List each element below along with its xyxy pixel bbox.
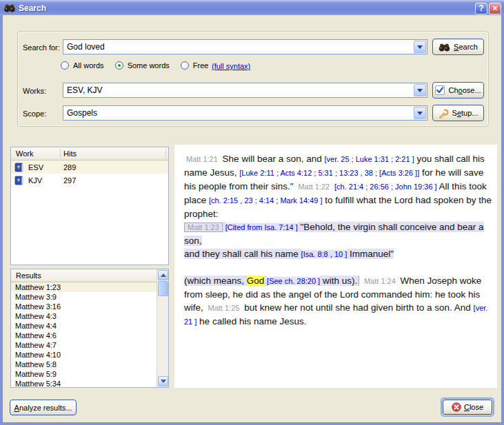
binoculars-icon	[4, 3, 15, 12]
column-divider[interactable]	[165, 149, 166, 158]
scope-label: Scope:	[23, 110, 46, 118]
verse-text: but knew her not until she had given bir…	[241, 302, 473, 313]
search-button[interactable]: Search	[432, 39, 484, 55]
column-header-results[interactable]: Results	[11, 271, 157, 280]
verse-ref-label: Matt 1:21	[184, 155, 220, 163]
analyze-results-button[interactable]: Analyze results...	[10, 400, 77, 415]
analyze-results-label: Analyze results...	[14, 404, 72, 412]
scrollbar-thumb[interactable]	[158, 281, 168, 296]
close-button[interactable]: Close	[443, 400, 492, 415]
book-icon	[14, 176, 24, 185]
red-x-icon	[452, 402, 461, 412]
scope-value: Gospels	[63, 108, 413, 118]
title-bar[interactable]: Search ? ×	[0, 0, 504, 15]
result-item[interactable]: Matthew 3:9	[11, 292, 157, 302]
cross-reference-link[interactable]: [Luke 2:11 ; Acts 4:12 ; 5:31 ; 13:23 , …	[239, 169, 419, 177]
radio-label[interactable]: Free	[193, 61, 209, 70]
hits-table: Work Hits ESV289KJV297	[10, 147, 169, 265]
verse-text: Immanuel"	[347, 249, 394, 259]
verse-ref-label: Matt 1:22	[296, 183, 332, 191]
choose-button-label: Choose...	[448, 86, 481, 94]
hits-row[interactable]: KJV297	[11, 174, 168, 187]
window-title: Search	[19, 3, 46, 13]
radio-icon[interactable]	[61, 61, 69, 70]
hit-count: 289	[63, 163, 76, 172]
verse-preview-pane[interactable]: Matt 1:21 She will bear a son, and [ver.…	[174, 145, 497, 388]
verse-paragraph: Matt 1:21 She will bear a son, and [ver.…	[184, 152, 492, 220]
search-for-value: God loved	[63, 42, 413, 52]
search-for-label: Search for:	[23, 43, 60, 52]
column-header-hits[interactable]: Hits	[63, 149, 77, 158]
search-dialog: Search ? × Search for: God loved Search …	[0, 0, 504, 425]
column-divider[interactable]	[60, 149, 61, 158]
radio-some-words[interactable]: Some words	[115, 61, 181, 70]
result-item[interactable]: Matthew 5:34	[11, 379, 157, 387]
hits-row[interactable]: ESV289	[11, 160, 168, 174]
close-button-focus-ring: Close	[441, 397, 494, 417]
results-scrollbar[interactable]	[157, 269, 168, 387]
chevron-down-icon[interactable]	[414, 41, 426, 53]
verse-paragraph: (which means, God [See ch. 28:20 ] with …	[184, 274, 492, 329]
verse-text: with us).	[320, 276, 359, 286]
cross-reference-link[interactable]: [ver. 25 ; Luke 1:31 ; 2:21 ]	[324, 155, 414, 163]
result-item[interactable]: Matthew 3:16	[11, 302, 157, 311]
radio-icon[interactable]	[181, 61, 189, 70]
verse-text: She will bear a son, and	[220, 154, 325, 164]
full-syntax-link[interactable]: (full syntax)	[212, 62, 250, 70]
setup-button[interactable]: Setup...	[432, 105, 484, 121]
cross-reference-link[interactable]: [ch. 21:4 ; 26:56 ; John 19:36 ]	[334, 183, 437, 191]
wrench-icon	[439, 108, 449, 118]
verse-ref-label: Matt 1:24	[362, 277, 398, 285]
search-mode-radios: All wordsSome wordsFree	[61, 61, 219, 70]
search-button-label: Search	[454, 43, 478, 51]
result-item[interactable]: Matthew 1:23	[11, 282, 157, 292]
verse-text: (which means,	[184, 276, 247, 286]
works-value: ESV, KJV	[63, 85, 413, 95]
works-combobox[interactable]: ESV, KJV	[63, 83, 427, 98]
hit-count: 297	[63, 176, 76, 185]
work-name: KJV	[28, 176, 42, 185]
hits-table-header: Work Hits	[11, 147, 168, 160]
help-button[interactable]: ?	[475, 3, 487, 14]
window-frame-left	[0, 15, 3, 422]
verse-paragraph: Matt 1:23 [Cited from Isa. 7:14 ] "Behol…	[184, 220, 492, 261]
cross-reference-link[interactable]: [Cited from Isa. 7:14 ]	[225, 223, 298, 231]
window-frame-bottom	[0, 422, 504, 425]
result-item[interactable]: Matthew 5:8	[11, 360, 157, 369]
window-frame-right	[501, 15, 504, 422]
radio-all-words[interactable]: All words	[61, 61, 115, 70]
verse-ref-label: Matt 1:23	[184, 222, 223, 232]
chevron-down-icon[interactable]	[414, 107, 426, 119]
radio-label[interactable]: Some words	[128, 61, 170, 70]
binoculars-icon	[439, 43, 450, 52]
verse-text: and they shall call his name	[184, 249, 301, 259]
close-button-label: Close	[464, 403, 483, 411]
result-item[interactable]: Matthew 4:10	[11, 350, 157, 360]
result-item[interactable]: Matthew 4:4	[11, 321, 157, 331]
column-header-work[interactable]: Work	[11, 149, 55, 158]
cross-reference-link[interactable]: [Isa. 8:8 , 10 ]	[301, 250, 347, 258]
result-item[interactable]: Matthew 4:3	[11, 311, 157, 321]
scope-combobox[interactable]: Gospels	[63, 105, 427, 121]
work-name: ESV	[28, 163, 43, 172]
checkmark-icon	[435, 85, 445, 95]
search-for-combobox[interactable]: God loved	[63, 39, 427, 54]
verse-text: he called his name Jesus.	[196, 316, 306, 326]
chevron-down-icon[interactable]	[414, 84, 426, 96]
scroll-up-icon[interactable]	[158, 270, 168, 280]
result-item[interactable]: Matthew 5:9	[11, 369, 157, 379]
radio-label[interactable]: All words	[73, 61, 104, 70]
result-item[interactable]: Matthew 4:6	[11, 331, 157, 340]
setup-button-label: Setup...	[452, 109, 478, 117]
results-list-panel: Results Matthew 1:23Matthew 3:9Matthew 3…	[10, 269, 169, 388]
choose-button[interactable]: Choose...	[432, 82, 484, 99]
search-hit-text: God	[247, 276, 265, 286]
scroll-down-icon[interactable]	[158, 376, 168, 386]
radio-icon[interactable]	[115, 61, 123, 70]
verse-ref-label: Matt 1:25	[206, 304, 242, 312]
close-window-button[interactable]: ×	[489, 3, 501, 14]
cross-reference-link[interactable]: [ch. 2:15 , 23 ; 4:14 ; Mark 14:49 ]	[209, 196, 322, 205]
result-item[interactable]: Matthew 4:7	[11, 340, 157, 350]
book-icon	[14, 163, 24, 172]
cross-reference-link[interactable]: [See ch. 28:20 ]	[267, 277, 320, 285]
